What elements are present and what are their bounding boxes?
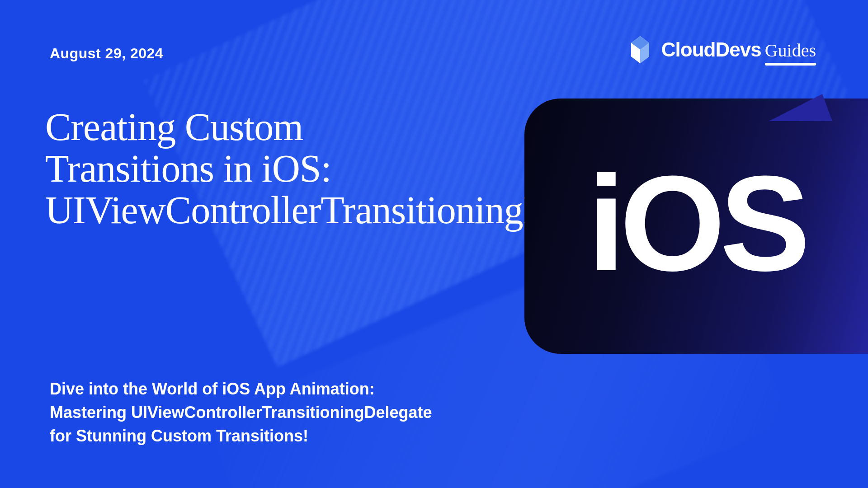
logo-text-group: CloudDevs Guides — [661, 38, 816, 61]
logo-suffix: Guides — [765, 40, 816, 61]
logo-suffix-wrapper: Guides — [765, 40, 816, 61]
article-title: Creating Custom Transitions in iOS: UIVi… — [45, 106, 475, 231]
article-subtitle: Dive into the World of iOS App Animation… — [50, 377, 434, 448]
ios-badge-label: iOS — [588, 145, 805, 301]
logo-brand-name: CloudDevs — [661, 38, 761, 61]
clouddevs-icon — [624, 34, 656, 66]
ios-platform-badge: iOS — [524, 99, 868, 354]
brand-logo: CloudDevs Guides — [624, 34, 816, 66]
logo-underline — [765, 63, 816, 66]
publish-date: August 29, 2024 — [50, 45, 163, 62]
badge-leaf-decoration — [759, 94, 832, 121]
